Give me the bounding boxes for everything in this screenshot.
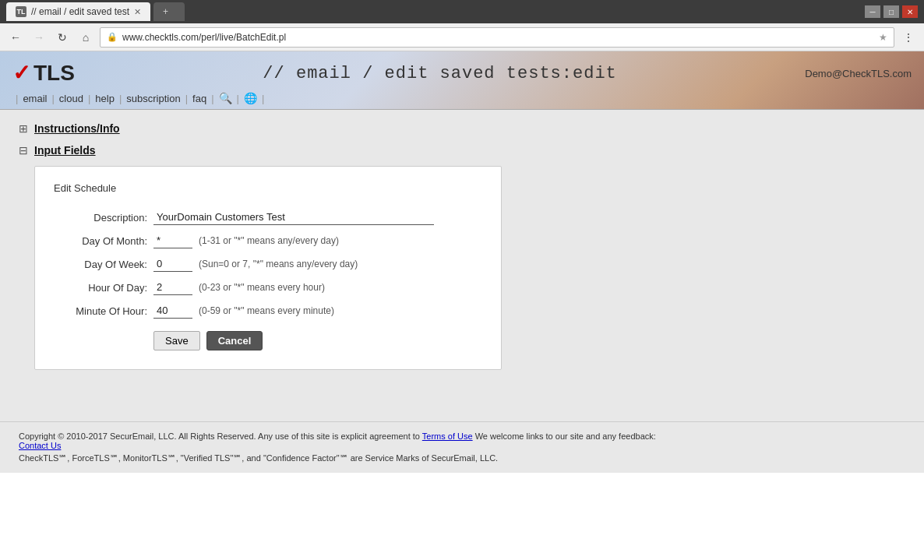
input-fields-toggle-icon: ⊟ bbox=[19, 144, 28, 157]
nav-sep-3: | bbox=[119, 93, 122, 104]
reload-button[interactable]: ↻ bbox=[53, 28, 72, 47]
day-of-month-label: Day Of Month: bbox=[54, 235, 147, 247]
input-fields-section-header[interactable]: ⊟ Input Fields bbox=[19, 144, 905, 157]
tab-favicon: TL bbox=[16, 6, 26, 17]
day-of-month-input[interactable] bbox=[153, 233, 192, 248]
active-tab[interactable]: TL // email / edit saved test ✕ bbox=[6, 2, 150, 21]
main-content: ⊞ Instructions/Info ⊟ Input Fields Edit … bbox=[0, 110, 924, 421]
instructions-title: Instructions/Info bbox=[34, 122, 120, 135]
nav-sep-4: | bbox=[185, 93, 188, 104]
input-fields-title: Input Fields bbox=[34, 144, 96, 157]
nav-sep-6: | bbox=[237, 93, 239, 104]
new-tab-button[interactable]: + bbox=[153, 2, 185, 21]
page-title: // email / edit saved tests:edit bbox=[75, 64, 805, 83]
browser-chrome: TL // email / edit saved test ✕ + ─ □ ✕ … bbox=[0, 0, 924, 51]
user-email: Demo@CheckTLS.com bbox=[805, 68, 912, 79]
site-nav: | email | cloud | help | subscription | … bbox=[0, 89, 924, 109]
nav-sep-2: | bbox=[88, 93, 90, 104]
footer-copyright-line: Copyright © 2010-2017 SecurEmail, LLC. A… bbox=[19, 431, 905, 450]
nav-cloud[interactable]: cloud bbox=[59, 93, 83, 104]
nav-sep-1: | bbox=[51, 93, 54, 104]
description-label: Description: bbox=[54, 212, 147, 224]
maximize-button[interactable]: □ bbox=[883, 5, 899, 18]
cancel-button-label: Cancel bbox=[218, 335, 252, 347]
back-button[interactable]: ← bbox=[6, 28, 25, 47]
day-of-month-hint: (1-31 or "*" means any/every day) bbox=[199, 235, 339, 246]
hour-of-day-hint: (0-23 or "*" means every hour) bbox=[199, 282, 325, 293]
footer-marks: CheckTLS℠, ForceTLS℠, MonitorTLS℠, "Veri… bbox=[19, 453, 905, 463]
bookmark-icon[interactable]: ★ bbox=[879, 32, 887, 43]
day-of-month-row: Day Of Month: (1-31 or "*" means any/eve… bbox=[54, 233, 482, 248]
minute-of-hour-row: Minute Of Hour: (0-59 or "*" means every… bbox=[54, 303, 482, 319]
edit-schedule-heading: Edit Schedule bbox=[54, 182, 482, 194]
site-header: ✓ TLS // email / edit saved tests:edit D… bbox=[0, 51, 924, 110]
hour-of-day-row: Hour Of Day: (0-23 or "*" means every ho… bbox=[54, 280, 482, 295]
minimize-button[interactable]: ─ bbox=[865, 5, 880, 18]
browser-titlebar: TL // email / edit saved test ✕ + ─ □ ✕ bbox=[0, 0, 924, 23]
logo-check-mark: ✓ bbox=[12, 62, 30, 84]
save-button[interactable]: Save bbox=[153, 331, 200, 350]
after-terms-text: We welcome links to our site and any fee… bbox=[473, 431, 656, 441]
tab-close-button[interactable]: ✕ bbox=[134, 7, 141, 17]
minute-of-hour-hint: (0-59 or "*" means every minute) bbox=[199, 305, 334, 316]
hour-of-day-label: Hour Of Day: bbox=[54, 282, 147, 294]
forward-button[interactable]: → bbox=[30, 28, 48, 47]
day-of-week-hint: (Sun=0 or 7, "*" means any/every day) bbox=[199, 259, 358, 269]
nav-faq[interactable]: faq bbox=[192, 93, 206, 104]
minute-of-hour-label: Minute Of Hour: bbox=[54, 305, 147, 317]
save-button-label: Save bbox=[165, 335, 189, 347]
nav-subscription[interactable]: subscription bbox=[126, 93, 180, 104]
address-bar[interactable]: 🔒 www.checktls.com/perl/live/BatchEdit.p… bbox=[100, 27, 894, 48]
menu-button[interactable]: ⋮ bbox=[899, 28, 918, 47]
nav-help[interactable]: help bbox=[95, 93, 115, 104]
search-icon[interactable]: 🔍 bbox=[219, 92, 232, 104]
nav-sep-0: | bbox=[16, 93, 18, 104]
browser-navbar: ← → ↻ ⌂ 🔒 www.checktls.com/perl/live/Bat… bbox=[0, 23, 924, 51]
instructions-section-header[interactable]: ⊞ Instructions/Info bbox=[19, 122, 905, 135]
lock-icon: 🔒 bbox=[107, 32, 118, 42]
description-row: Description: bbox=[54, 210, 482, 225]
home-button[interactable]: ⌂ bbox=[76, 28, 95, 47]
minute-of-hour-input[interactable] bbox=[153, 303, 192, 319]
logo-tls-text: TLS bbox=[34, 61, 75, 86]
terms-of-use-link[interactable]: Terms of Use bbox=[422, 431, 473, 441]
instructions-toggle-icon: ⊞ bbox=[19, 122, 28, 135]
page-wrapper: ✓ TLS // email / edit saved tests:edit D… bbox=[0, 51, 924, 560]
page-footer: Copyright © 2010-2017 SecurEmail, LLC. A… bbox=[0, 421, 924, 473]
globe-icon[interactable]: 🌐 bbox=[244, 92, 257, 104]
header-top: ✓ TLS // email / edit saved tests:edit D… bbox=[0, 58, 924, 89]
copyright-text: Copyright © 2010-2017 SecurEmail, LLC. A… bbox=[19, 431, 422, 441]
form-buttons: Save Cancel bbox=[153, 331, 482, 350]
url-display: www.checktls.com/perl/live/BatchEdit.pl bbox=[122, 32, 286, 43]
edit-schedule-box: Edit Schedule Description: Day Of Month:… bbox=[34, 166, 502, 370]
nav-email[interactable]: email bbox=[23, 93, 47, 104]
nav-sep-7: | bbox=[262, 93, 264, 104]
window-controls: ─ □ ✕ bbox=[865, 5, 918, 18]
description-input[interactable] bbox=[153, 210, 434, 225]
hour-of-day-input[interactable] bbox=[153, 280, 192, 295]
day-of-week-label: Day Of Week: bbox=[54, 259, 147, 270]
day-of-week-input[interactable] bbox=[153, 256, 192, 272]
contact-us-link[interactable]: Contact Us bbox=[19, 441, 61, 450]
nav-sep-5: | bbox=[211, 93, 213, 104]
cancel-button[interactable]: Cancel bbox=[206, 331, 263, 350]
logo-area: ✓ TLS bbox=[12, 61, 75, 86]
tab-label: // email / edit saved test bbox=[31, 6, 129, 17]
close-button[interactable]: ✕ bbox=[902, 5, 918, 18]
day-of-week-row: Day Of Week: (Sun=0 or 7, "*" means any/… bbox=[54, 256, 482, 272]
